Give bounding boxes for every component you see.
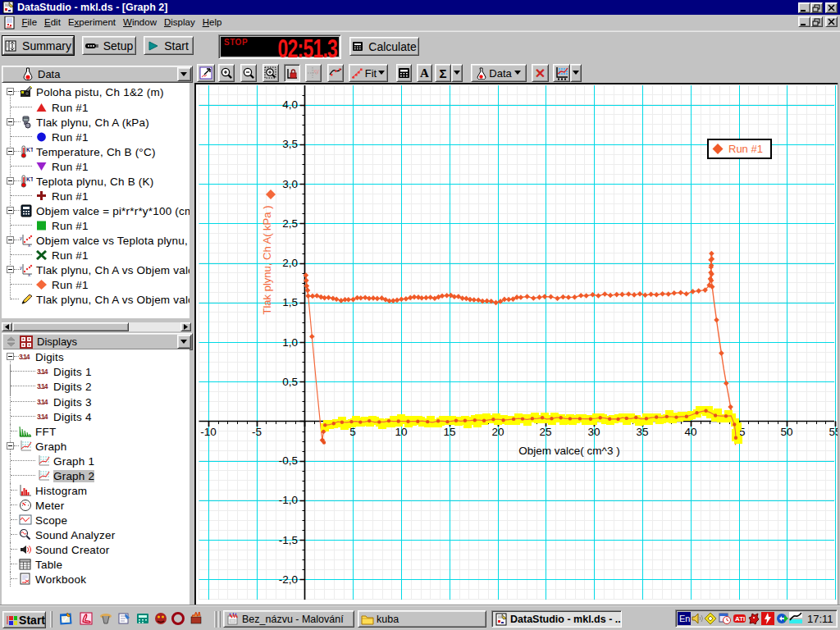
svg-text:15: 15 (443, 426, 455, 438)
svg-text:35: 35 (636, 426, 648, 438)
svg-text:3,5: 3,5 (282, 138, 298, 150)
svg-text:x: x (28, 272, 30, 276)
svg-text:KTD: KTD (26, 176, 33, 182)
svg-text:25: 25 (539, 426, 551, 438)
svg-text:-2,0: -2,0 (279, 573, 298, 586)
svg-text:KTD: KTD (26, 147, 33, 153)
svg-text:3.14: 3.14 (37, 413, 48, 421)
svg-text:3.14: 3.14 (37, 398, 48, 406)
svg-text:1,5: 1,5 (282, 296, 298, 308)
svg-text:30: 30 (587, 426, 600, 438)
svg-text:4,0: 4,0 (282, 98, 298, 111)
svg-text:0,5: 0,5 (282, 376, 298, 388)
svg-text:Objem valce( cm^3 ): Objem valce( cm^3 ) (518, 445, 619, 457)
svg-text:40: 40 (684, 426, 696, 438)
svg-text:3.14: 3.14 (37, 368, 48, 376)
svg-text:10: 10 (395, 426, 407, 438)
svg-text:3,0: 3,0 (282, 178, 298, 190)
svg-text:Tlak plynu, Ch A( kPa ): Tlak plynu, Ch A( kPa ) (261, 206, 273, 315)
svg-text:-0,5: -0,5 (279, 454, 298, 467)
svg-text:x: x (28, 243, 30, 247)
svg-text:Run #1: Run #1 (728, 143, 763, 155)
svg-text:-10: -10 (200, 426, 217, 438)
svg-text:3.14: 3.14 (19, 353, 30, 361)
svg-text:50: 50 (780, 426, 792, 438)
svg-text:-1,0: -1,0 (279, 494, 298, 506)
svg-text:-1,5: -1,5 (279, 534, 298, 546)
svg-text:2,0: 2,0 (282, 257, 298, 269)
svg-text:En: En (679, 614, 690, 623)
svg-text:ATI: ATI (735, 615, 745, 623)
svg-text:20: 20 (491, 426, 504, 438)
svg-text:3.14: 3.14 (37, 382, 48, 390)
svg-text:2,5: 2,5 (282, 217, 298, 230)
svg-text:xy: xy (313, 68, 320, 75)
svg-text:-5: -5 (252, 426, 262, 438)
svg-text:1,0: 1,0 (282, 336, 298, 349)
